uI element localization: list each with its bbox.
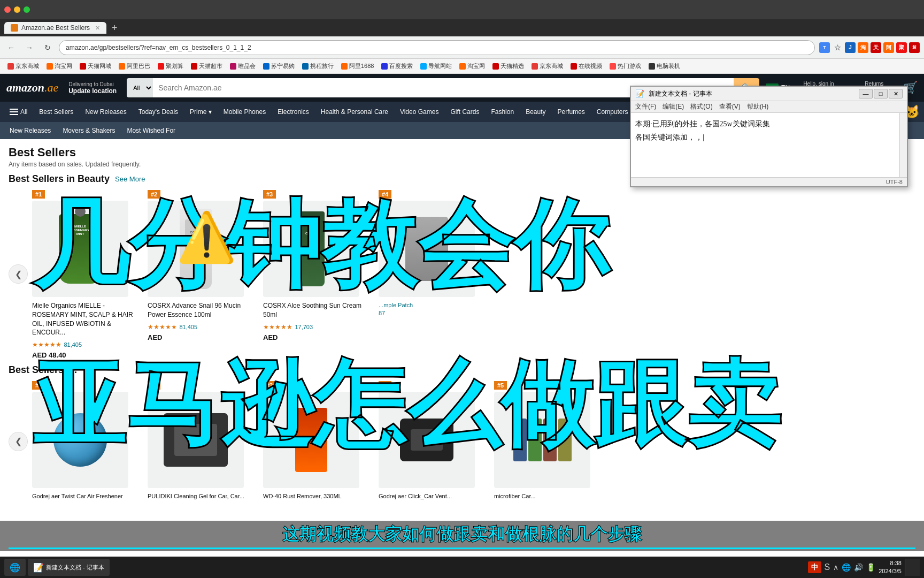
forward-button[interactable]: → [22,41,36,55]
notepad-content[interactable]: 本期·已用到的外挂，各国25w关键词采集 各国关键词添加，，| [631,113,899,177]
bookmark-ctrip[interactable]: 携程旅行 [299,61,337,71]
nav-beauty[interactable]: Beauty [520,104,551,120]
nav-best-sellers[interactable]: Best Sellers [34,104,79,120]
ext-3[interactable]: 天 [871,42,881,53]
ext-2[interactable]: 淘 [858,42,868,53]
nav-new-releases[interactable]: New Releases [80,104,132,120]
address-input[interactable] [59,40,815,55]
location-widget[interactable]: Delivering to Dubai Update location [65,79,120,97]
new-tab-button[interactable]: + [109,22,121,34]
nav-video-games[interactable]: Video Games [395,104,444,120]
nav-gift-cards[interactable]: Gift Cards [445,104,484,120]
second-rank-3: #3 [263,381,276,390]
sys-tray-battery-icon[interactable]: 🔋 [866,563,875,572]
second-image-3: WD-40 [263,392,359,488]
notepad-scrollbar[interactable] [899,113,907,177]
notepad-line2: 各国关键词添加，，| [635,131,895,144]
bookmark-tmallcs[interactable]: 天猫超市 [188,61,226,71]
bookmark-games[interactable]: 热门游戏 [606,61,644,71]
bookmark-vip[interactable]: 唯品会 [227,61,259,71]
notepad-menu-help[interactable]: 帮助(H) [747,102,769,111]
sys-tray-network-icon[interactable]: 🌐 [842,563,851,572]
subnav-most-wished[interactable]: Most Wished For [121,124,181,138]
back-button[interactable]: ← [4,41,18,55]
notepad-menu-file[interactable]: 文件(F) [635,102,656,111]
beauty-see-more[interactable]: See More [115,175,145,183]
taskbar-notepad-button[interactable]: 📝 新建文本文档 - 记事本 [28,559,110,576]
nav-mobile[interactable]: Mobile Phones [218,104,271,120]
second-title-2: PULIDIKI Cleaning Gel for Car, Car... [148,492,255,500]
nav-perfumes[interactable]: Perfumes [552,104,590,120]
second-product-1[interactable]: #1 Godrej aer Twist Car Air Freshener [32,380,139,503]
notepad-titlebar: 📝 新建文本文档 - 记事本 — □ ✕ [631,87,907,101]
product-price-1: AED 48.40 [32,351,139,359]
notepad-menu-edit[interactable]: 编辑(E) [663,102,684,111]
second-rank-4: #4 [379,381,391,390]
product-rank-4: #4 [379,190,391,199]
nav-computers[interactable]: Computers [591,104,634,120]
tab-favicon [11,24,18,32]
bookmark-baidu[interactable]: 百度搜索 [378,61,416,71]
taskbar-time[interactable]: 8:38 2024/3/5 [879,559,902,576]
nav-prime[interactable]: Prime ▾ [184,104,217,120]
subnav-movers[interactable]: Movers & Shakers [57,124,120,138]
ext-4[interactable]: 阿 [883,42,894,53]
nav-all-button[interactable]: All [4,104,33,120]
subnav-new-releases[interactable]: New Releases [4,124,56,138]
product-image-1: MIELLEROSEMARYMINT [32,201,128,297]
second-product-4[interactable]: #4 Godrej aer Click_Car Vent... [379,380,486,503]
second-product-2[interactable]: #2 PULIDIKI Cleaning Gel for Car, Car... [148,380,255,503]
product-card-2[interactable]: #2 COSRXSNAIL96 COSRX Advance Snail 96 M… [148,189,255,359]
product-card-4[interactable]: #4 ...mple Patch87 [379,189,486,359]
bookmark-taobao2[interactable]: 淘宝网 [456,61,488,71]
sys-tray-caret-icon[interactable]: ∧ [833,563,838,572]
bookmark-suning[interactable]: 苏宁易购 [260,61,298,71]
product-card-3[interactable]: #3 COSRXALOESUNCREAM COSRX Aloe Soothing… [263,189,370,359]
notepad-maximize-button[interactable]: □ [874,89,888,98]
ime-indicator[interactable]: 中 [808,561,821,573]
nav-electronics[interactable]: Electronics [272,104,314,120]
notepad-window[interactable]: 📝 新建文本文档 - 记事本 — □ ✕ 文件(F) 编辑(E) 格式(O) 查… [630,86,908,187]
nav-fashion[interactable]: Fashion [486,104,519,120]
amazon-logo[interactable]: amazon.ae [6,81,58,95]
search-category-select[interactable]: All [127,78,153,97]
second-product-3[interactable]: #3 WD-40 WD-40 Rust Remover, 330ML [263,380,370,503]
bookmark-video[interactable]: 在线视频 [567,61,605,71]
notepad-title: 新建文本文档 - 记事本 [649,89,854,98]
bookmark-tmall2[interactable]: 天猫精选 [489,61,527,71]
reload-button[interactable]: ↻ [41,41,55,55]
bookmark-1688[interactable]: 阿里1688 [338,61,377,71]
notepad-close-button[interactable]: ✕ [889,89,903,98]
taskbar-notepad-label: 新建文本文档 - 记事本 [46,564,104,572]
ext-star[interactable]: ☆ [832,42,843,53]
bookmark-nav[interactable]: 导航网站 [417,61,455,71]
sys-tray-speaker-icon[interactable]: 🔊 [854,563,863,572]
ext-1[interactable]: J [845,42,856,53]
sys-tray-s-icon[interactable]: S [825,562,830,572]
bookmark-juhuasuan[interactable]: 聚划算 [155,61,187,71]
ext-5[interactable]: 聚 [896,42,907,53]
nav-health[interactable]: Health & Personal Care [315,104,394,120]
notepad-minimize-button[interactable]: — [859,89,873,98]
bookmark-alibaba[interactable]: 阿里巴巴 [116,61,153,71]
taskbar-corner-button[interactable] [905,559,920,576]
nav-todays-deals[interactable]: Today's Deals [133,104,183,120]
ext-6[interactable]: 超 [909,42,920,53]
bookmark-jd2[interactable]: 京东商城 [528,61,566,71]
active-tab[interactable]: Amazon.ae Best Sellers ✕ [4,22,106,34]
taskbar-chrome-button[interactable]: 🌐 [4,559,26,576]
second-prev-arrow[interactable]: ❮ [9,432,28,451]
notepad-menu-format[interactable]: 格式(O) [690,102,712,111]
beauty-prev-arrow[interactable]: ❮ [9,264,28,284]
bookmark-jd1[interactable]: 京东商城 [4,61,42,71]
second-product-5[interactable]: #5 microfiber Car... [494,380,601,503]
ext-translate[interactable]: T [819,42,830,53]
bookmark-taobao1[interactable]: 淘宝网 [43,61,75,71]
second-image-2 [148,392,244,488]
bookmark-tmall1[interactable]: 天猫网域 [76,61,114,71]
product-card-1[interactable]: #1 MIELLEROSEMARYMINT Mielle Organics MI… [32,189,139,359]
notepad-body: 本期·已用到的外挂，各国25w关键词采集 各国关键词添加，，| [631,113,907,177]
bookmark-pc[interactable]: 电脑装机 [645,61,683,71]
tab-close-icon[interactable]: ✕ [95,25,100,32]
notepad-menu-view[interactable]: 查看(V) [719,102,741,111]
